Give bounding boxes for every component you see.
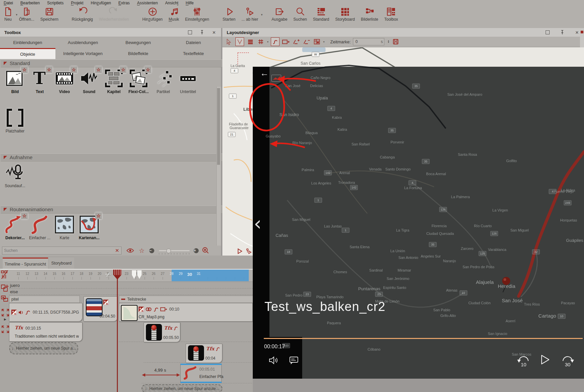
camera-pan-icon[interactable] bbox=[282, 38, 290, 46]
timeline-selection-range[interactable] bbox=[172, 270, 249, 281]
clip-einfacher-pfad-selected[interactable]: 00:05.01 Einfacher Pfa bbox=[180, 364, 222, 383]
collapsed-panel-tab[interactable] bbox=[580, 28, 584, 47]
expand-track-icon[interactable] bbox=[1, 308, 10, 318]
collapse-chapter-icon[interactable] bbox=[121, 297, 125, 301]
toolbox-close-icon[interactable]: ✕ bbox=[212, 30, 216, 35]
table-dropdown-caret[interactable]: ▾ bbox=[323, 40, 325, 43]
thumbnail-size-slider[interactable] bbox=[156, 250, 192, 251]
mini-preview-icon[interactable] bbox=[271, 75, 281, 82]
path-curve-tool-icon[interactable] bbox=[271, 37, 279, 46]
preview-play-icon[interactable] bbox=[237, 248, 243, 256]
loop-icon[interactable] bbox=[146, 307, 152, 312]
sound-on-icon[interactable] bbox=[18, 310, 24, 315]
volume-icon[interactable] bbox=[268, 356, 279, 366]
ab-transition-icon[interactable]: AB bbox=[103, 300, 109, 305]
image-list-button[interactable]: Bilderliste bbox=[358, 6, 381, 22]
video-preview-overlay[interactable] bbox=[253, 67, 584, 379]
object-item-untertitel[interactable]: Untertitel bbox=[176, 69, 200, 94]
start-button[interactable]: Starten bbox=[219, 6, 238, 22]
skip-forward-30-button[interactable]: 30 bbox=[560, 356, 575, 370]
menu-item[interactable]: Hilfe bbox=[182, 1, 197, 5]
back-arrow-icon[interactable]: ← bbox=[260, 68, 269, 78]
tab-storyboard[interactable]: Storyboard bbox=[49, 258, 74, 269]
clip-text-traditionen[interactable]: Tfx 00:10.15 Traditionen sollten nicht v… bbox=[9, 322, 82, 342]
tab-objekte[interactable]: Objekte bbox=[0, 48, 55, 59]
menu-item[interactable]: Ansicht bbox=[162, 1, 182, 5]
tab-intelligente-vorlagen[interactable]: Intelligente Vorlagen bbox=[55, 48, 111, 59]
add-button[interactable]: Hinzufügen bbox=[139, 6, 166, 22]
clip-cr-map3[interactable]: AB 00:10 CR_Map3.png bbox=[119, 303, 253, 322]
expand-track-icon[interactable] bbox=[1, 325, 10, 335]
new-button[interactable]: ▾ Neu bbox=[0, 6, 16, 22]
layoutdesigner-maximize-icon[interactable] bbox=[545, 30, 550, 35]
object-item-flexi-collage[interactable]: ☆ Flexi-Col... bbox=[126, 69, 151, 94]
tab-bewegungen[interactable]: Bewegungen bbox=[111, 37, 166, 48]
storyboard-view-button[interactable]: Storyboard bbox=[332, 6, 358, 22]
save-timemark-icon[interactable] bbox=[392, 38, 400, 46]
clip-flag-video[interactable]: AB 00:04.50 bbox=[83, 296, 118, 322]
search-button[interactable]: Suchen bbox=[290, 6, 310, 22]
object-item-video[interactable]: ☆ Video bbox=[52, 69, 77, 94]
object-item-platzhalter[interactable]: Platzhalter bbox=[3, 108, 27, 133]
search-input[interactable] bbox=[2, 248, 112, 253]
previous-chevron-icon[interactable]: ‹ bbox=[254, 212, 261, 235]
ab-transition-icon[interactable]: AB bbox=[139, 307, 144, 312]
chapter-track-icon[interactable] bbox=[1, 296, 9, 305]
keyframe-table-icon[interactable] bbox=[313, 38, 321, 46]
object-item-bild[interactable]: ☆ Bild bbox=[3, 69, 27, 94]
track-name[interactable]: eise bbox=[10, 289, 18, 294]
favorite-star-icon[interactable]: ☆ bbox=[120, 66, 127, 73]
object-item-karte[interactable]: Karte bbox=[52, 215, 77, 240]
zoom-out-button[interactable]: − bbox=[149, 248, 154, 253]
animation-curve-icon[interactable] bbox=[153, 307, 159, 312]
layers-icon[interactable] bbox=[246, 38, 254, 46]
reset-zoom-icon[interactable] bbox=[202, 247, 209, 254]
select-tool-icon[interactable] bbox=[225, 38, 233, 46]
settings-button[interactable]: Einstellungen bbox=[182, 6, 212, 22]
menu-item[interactable]: Datei bbox=[0, 1, 17, 5]
tab-einblendungen[interactable]: Einblendungen bbox=[0, 37, 55, 48]
curve-remove-icon[interactable] bbox=[303, 38, 311, 46]
menu-item[interactable]: Scriptlets bbox=[43, 1, 67, 5]
menu-item[interactable]: Bearbeiten bbox=[17, 1, 43, 5]
camera-pan-icon[interactable] bbox=[160, 307, 167, 312]
object-item-text[interactable]: T ☆ Text bbox=[27, 69, 52, 94]
save-button[interactable]: Speichern bbox=[37, 6, 61, 22]
object-item-einfacher-pfad[interactable]: Einfacher ... bbox=[27, 215, 52, 240]
search-box[interactable]: ✕ bbox=[2, 247, 122, 255]
music-button[interactable]: Musik bbox=[166, 6, 182, 22]
menu-item[interactable]: Projekt bbox=[67, 1, 87, 5]
preview-play-from-here-icon[interactable] bbox=[246, 248, 252, 256]
drop-zone-new-track[interactable]: ↓ Hierher ziehen, um neue Spur anzule... bbox=[142, 384, 222, 392]
clip-pin-2[interactable]: Tfx 00:04 bbox=[186, 344, 222, 363]
section-routenanimationen[interactable]: Routenanimationen bbox=[1, 206, 225, 214]
layoutdesigner-pin-icon[interactable] bbox=[560, 30, 565, 35]
play-button[interactable] bbox=[540, 354, 550, 366]
curve-add-icon[interactable] bbox=[292, 38, 300, 46]
chapter-bar-teilstrecke[interactable]: Teilstrecke bbox=[119, 296, 255, 303]
clip-dscf7558[interactable]: AB 00:11.15, DSCF7558.JPG bbox=[9, 303, 82, 322]
track-name[interactable]: juero bbox=[10, 283, 20, 288]
timeline-ruler[interactable]: 1112131415161718192021222324252627282930… bbox=[0, 269, 253, 282]
toolbox-pin-icon[interactable] bbox=[200, 30, 204, 35]
drop-zone-new-track[interactable]: ↓ Hierher ziehen, um neue Spur a... bbox=[9, 342, 78, 354]
favorite-star-icon[interactable]: ☆ bbox=[145, 66, 151, 73]
tab-dateien[interactable]: Dateien bbox=[166, 37, 221, 48]
object-item-partikel[interactable]: Partikel bbox=[151, 69, 176, 94]
add-track-icon[interactable] bbox=[1, 284, 9, 294]
favorite-star-icon[interactable]: ☆ bbox=[95, 213, 102, 219]
animation-curve-icon[interactable] bbox=[25, 310, 30, 315]
favorite-star-icon[interactable]: ☆ bbox=[21, 213, 28, 219]
track-collapse-caret[interactable]: ▶ bbox=[4, 318, 6, 321]
object-item-dekorierter-pfad[interactable]: ☆ Dekorier... bbox=[3, 215, 27, 240]
grid-dropdown-caret[interactable]: ▾ bbox=[267, 40, 268, 43]
track-mute-icon[interactable] bbox=[1, 270, 8, 280]
snap-tool-icon[interactable] bbox=[235, 37, 244, 46]
tab-timeline-spuransicht[interactable]: Timeline - Spuransicht bbox=[3, 258, 48, 270]
standard-view-button[interactable]: Standard bbox=[310, 6, 332, 22]
zoom-in-button[interactable]: + bbox=[194, 248, 199, 253]
chapter-bar-kapitel[interactable]: pitel bbox=[9, 296, 80, 303]
clear-search-icon[interactable]: ✕ bbox=[115, 248, 121, 254]
favorite-star-icon[interactable]: ☆ bbox=[70, 66, 77, 73]
zeitmarke-input[interactable]: 0 s bbox=[353, 38, 384, 45]
